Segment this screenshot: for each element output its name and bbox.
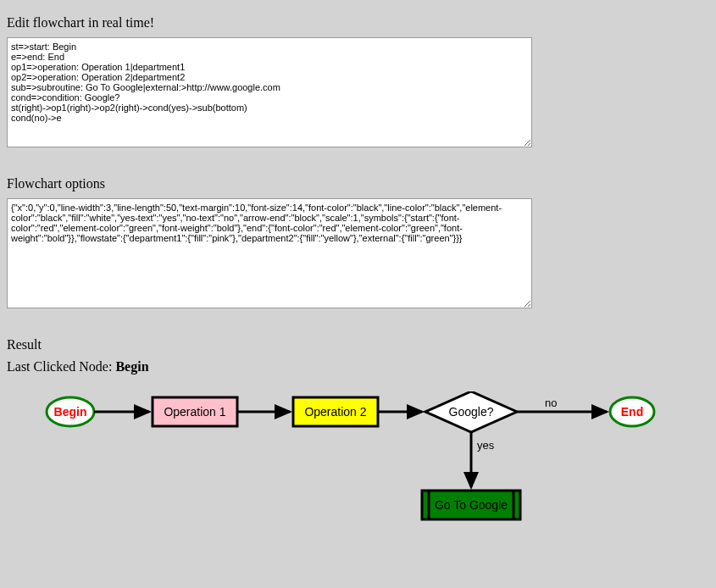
edge-no-label: no (545, 397, 557, 409)
heading-options: Flowchart options (7, 176, 709, 191)
edge-yes-label: yes (477, 439, 495, 452)
flowchart-source-input[interactable] (7, 37, 532, 147)
last-clicked-value: Begin (115, 359, 148, 374)
heading-result: Result (7, 337, 709, 352)
heading-edit: Edit flowchart in real time! (7, 15, 709, 31)
last-clicked-label: Last Clicked Node: (7, 359, 115, 374)
flowchart-canvas: Begin Operation 1 Operation 2 Google? no… (24, 391, 685, 544)
node-op1-label: Operation 1 (164, 405, 225, 419)
node-cond-label: Google? (449, 405, 494, 419)
node-sub-label: Go To Google (435, 498, 508, 512)
node-op2-label: Operation 2 (304, 405, 366, 419)
last-clicked-node: Last Clicked Node: Begin (7, 359, 709, 374)
flowchart-options-input[interactable] (7, 198, 532, 308)
node-end-label: End (621, 405, 643, 419)
node-start-label: Begin (54, 405, 87, 419)
